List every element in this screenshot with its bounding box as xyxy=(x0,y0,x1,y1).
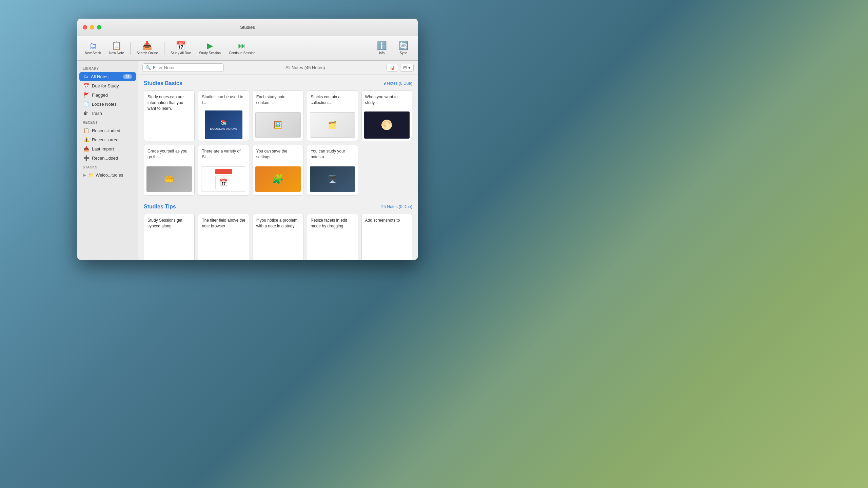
sidebar-item-last-import[interactable]: 📥 Last Import xyxy=(79,144,136,153)
studies-tips-header: Studies Tips 25 Notes (0 Due) xyxy=(144,204,412,210)
sync-label: Sync xyxy=(400,51,407,55)
note-image: 🧩 xyxy=(253,163,303,195)
due-for-study-label: Due for Study xyxy=(92,83,132,88)
due-for-study-icon: 📅 xyxy=(83,83,89,88)
note-card[interactable]: You can study your notes a... 🖥️ xyxy=(307,145,358,196)
new-note-icon: 📋 xyxy=(112,42,122,50)
all-notes-badge: 45 xyxy=(123,74,132,79)
filter-input[interactable] xyxy=(153,65,214,70)
new-stack-button[interactable]: 🗂 New Stack xyxy=(81,40,104,57)
window-title: Studies xyxy=(240,25,255,30)
loose-notes-label: Loose Notes xyxy=(92,102,132,107)
recent-correct-icon: ⚠️ xyxy=(83,137,89,142)
stack-label: Welco...tudies xyxy=(96,172,123,178)
study-session-button[interactable]: ▶ Study Session xyxy=(196,40,224,57)
sidebar-item-recent-correct[interactable]: ⚠️ Recen...orrect xyxy=(79,135,136,144)
studies-basics-title: Studies Basics xyxy=(144,80,182,86)
chart-view-button[interactable]: 📊 xyxy=(387,64,398,72)
sync-icon: 🔄 xyxy=(398,42,409,50)
note-text: Grade yourself as you go thr... xyxy=(144,145,194,163)
note-card[interactable]: When you want to study... 🌕 xyxy=(361,90,412,141)
toolbar: 🗂 New Stack 📋 New Note 📥 Search Online 📅… xyxy=(77,36,418,61)
note-card[interactable]: Add screenshots to xyxy=(361,214,412,260)
note-text: Stacks contain a collection... xyxy=(307,91,357,109)
note-image: 📚 DOUGLAS ADAMS xyxy=(198,109,249,141)
study-all-due-button[interactable]: 📅 Study All Due xyxy=(167,40,194,57)
study-all-due-label: Study All Due xyxy=(171,51,191,55)
continue-session-icon: ⏭ xyxy=(238,42,246,50)
info-label: Info xyxy=(379,51,385,55)
library-section-title: LIBRARY xyxy=(77,64,138,72)
sidebar-item-welcome-studies[interactable]: ▶ 📁 Welco...tudies xyxy=(79,171,136,179)
note-text: Study Sessions get synced along xyxy=(144,214,194,232)
grid-view-button[interactable]: ⊞ ▾ xyxy=(400,64,414,72)
trash-icon: 🗑 xyxy=(83,110,88,116)
note-card[interactable]: Studies can be used to l... 📚 DOUGLAS AD… xyxy=(198,90,249,141)
recent-section-title: RECENT xyxy=(77,118,138,126)
sync-button[interactable]: 🔄 Sync xyxy=(393,40,414,57)
recent-studied-label: Recen...tudied xyxy=(92,128,132,133)
app-window: Studies 🗂 New Stack 📋 New Note 📥 Search … xyxy=(77,19,418,260)
new-note-button[interactable]: 📋 New Note xyxy=(106,40,127,57)
info-icon: ℹ️ xyxy=(377,42,387,50)
sidebar-item-trash[interactable]: 🗑 Trash xyxy=(79,109,136,118)
sidebar-item-all-notes[interactable]: 🗂 All Notes 45 xyxy=(79,72,136,81)
note-image: 🖥️ xyxy=(307,163,357,195)
study-all-due-icon: 📅 xyxy=(176,42,186,50)
continue-session-button[interactable]: ⏭ Continue Session xyxy=(225,40,259,57)
study-session-icon: ▶ xyxy=(207,42,213,50)
studies-tips-title: Studies Tips xyxy=(144,204,176,210)
note-card[interactable]: You can save the settings... 🧩 xyxy=(253,145,303,196)
stack-folder-icon: 📁 xyxy=(88,172,94,178)
note-card[interactable]: If you notice a problem with a note in a… xyxy=(253,214,303,260)
note-card[interactable]: Resize facets in edit mode by dragging xyxy=(307,214,358,260)
last-import-label: Last Import xyxy=(92,146,132,151)
note-card[interactable]: Stacks contain a collection... 🗂️ xyxy=(307,90,358,141)
recent-correct-label: Recen...orrect xyxy=(92,137,132,142)
note-text: You can save the settings... xyxy=(253,145,303,163)
note-card[interactable]: There are a variety of St... 📅 xyxy=(198,145,249,196)
note-text: Add screenshots to xyxy=(362,214,412,227)
note-text: When you want to study... xyxy=(362,91,412,109)
note-card[interactable]: Each study note contain... 🖼️ xyxy=(253,90,303,141)
sidebar-item-flagged[interactable]: 🚩 Flagged xyxy=(79,90,136,99)
note-image: 🤲 xyxy=(144,163,194,195)
notes-scroll[interactable]: Studies Basics 9 Notes (0 Due) Study not… xyxy=(138,75,418,260)
filter-input-wrap[interactable]: 🔍 xyxy=(142,63,224,72)
recent-added-icon: ➕ xyxy=(83,155,89,161)
studies-basics-header: Studies Basics 9 Notes (0 Due) xyxy=(144,80,412,86)
note-text: There are a variety of St... xyxy=(198,145,249,163)
search-online-label: Search Online xyxy=(137,51,158,55)
note-text: Studies can be used to l... xyxy=(198,91,249,109)
stack-arrow-icon: ▶ xyxy=(83,173,86,177)
sidebar-item-recent-studied[interactable]: 📋 Recen...tudied xyxy=(79,126,136,135)
study-session-label: Study Session xyxy=(199,51,221,55)
flagged-label: Flagged xyxy=(92,93,132,98)
maximize-button[interactable] xyxy=(97,25,101,29)
traffic-lights xyxy=(83,25,101,29)
sidebar-item-loose-notes[interactable]: 📄 Loose Notes xyxy=(79,100,136,108)
new-stack-icon: 🗂 xyxy=(89,42,97,50)
sidebar-item-recent-added[interactable]: ➕ Recen...dded xyxy=(79,154,136,162)
note-card[interactable]: The filter field above the note browser xyxy=(198,214,249,260)
studies-basics-count: 9 Notes (0 Due) xyxy=(383,81,412,86)
note-image: 🖼️ xyxy=(253,109,303,141)
view-controls: 📊 ⊞ ▾ xyxy=(387,64,414,72)
new-stack-label: New Stack xyxy=(85,51,101,55)
search-icon: 🔍 xyxy=(145,65,151,70)
note-card[interactable]: Grade yourself as you go thr... 🤲 xyxy=(144,145,195,196)
all-notes-label: All Notes xyxy=(91,74,120,79)
info-button[interactable]: ℹ️ Info xyxy=(372,40,392,57)
close-button[interactable] xyxy=(83,25,87,29)
note-card[interactable]: Study Sessions get synced along xyxy=(144,214,195,260)
studies-basics-grid: Study notes capture information that you… xyxy=(144,90,412,196)
search-online-button[interactable]: 📥 Search Online xyxy=(133,40,161,57)
titlebar: Studies xyxy=(77,19,418,36)
continue-session-label: Continue Session xyxy=(229,51,255,55)
new-note-label: New Note xyxy=(109,51,124,55)
sidebar-item-due-for-study[interactable]: 📅 Due for Study xyxy=(79,81,136,90)
note-text: The filter field above the note browser xyxy=(198,214,249,232)
minimize-button[interactable] xyxy=(90,25,94,29)
notes-count-title: All Notes (45 Notes) xyxy=(226,65,384,70)
note-card[interactable]: Study notes capture information that you… xyxy=(144,90,195,141)
